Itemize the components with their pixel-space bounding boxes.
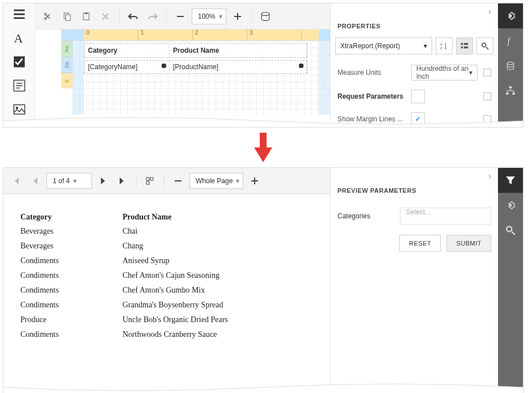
chevron-down-icon: ▾ [219,12,222,20]
reset-button[interactable]: RESET [399,235,441,252]
cell-product: Chef Anton's Cajun Seasoning [123,268,313,283]
export-options-tab[interactable] [498,193,523,218]
zoom-in-button[interactable] [230,9,246,24]
expressions-tab[interactable]: f [498,28,523,53]
cell-category: Condiments [20,283,123,298]
svg-rect-10 [85,12,87,14]
datasource-button[interactable] [257,9,273,24]
svg-rect-28 [146,181,149,184]
report-designer-panel: A 100%▾ 0 1 2 [3,3,523,128]
header-cell-product[interactable]: Product Name [170,44,307,57]
cell-product: Chang [123,239,313,253]
header-band-row[interactable]: Category Product Name [84,43,307,58]
svg-rect-24 [506,92,509,94]
band-detail[interactable]: De [61,57,73,73]
report-table: Category Product Name BeveragesChaiBever… [20,210,313,342]
cell-product: Chef Anton's Gumbo Mix [123,283,313,298]
design-surface[interactable]: Category Product Name [CategoryName] [Pr… [73,41,330,115]
zoom-in-button[interactable] [247,173,263,189]
picture-tool[interactable] [13,103,26,116]
svg-point-30 [506,226,512,231]
next-page-button[interactable] [95,173,111,189]
zoom-out-button[interactable] [170,173,186,189]
paste-button[interactable] [78,9,94,24]
search-tab[interactable] [498,218,523,243]
binding-icon [161,63,167,69]
cell-category: Condiments [20,253,123,268]
detail-cell-category[interactable]: [CategoryName] [85,61,170,73]
show-margin-lines-checkbox[interactable]: ✓ [411,112,425,126]
collapse-pane-button[interactable]: › [335,170,493,181]
binding-icon [298,63,304,69]
chevron-down-icon: ▾ [424,42,427,50]
horizontal-ruler[interactable]: 0 1 2 3 [73,29,330,41]
sort-az-button[interactable]: AZ [436,37,453,54]
first-page-button[interactable] [8,173,24,189]
preview-params-pane: › PREVIEW PARAMETERS Categories Select..… [330,168,523,393]
column-header-product: Product Name [123,210,313,224]
element-selector[interactable]: XtraReport (Report)▾ [335,37,432,54]
cell-product: Northwoods Cranberry Sauce [123,327,313,342]
cell-category: Beverages [20,224,123,239]
svg-point-22 [507,62,513,65]
svg-rect-17 [464,43,468,45]
svg-rect-27 [150,178,153,180]
hamburger-icon[interactable] [13,8,26,20]
svg-rect-18 [461,47,463,49]
table-row: CondimentsChef Anton's Cajun Seasoning [20,268,313,283]
submit-button[interactable]: SUBMIT [446,235,491,252]
ruler-tick: 1 [138,29,193,40]
categories-select[interactable]: Select... [400,208,491,225]
report-explorer-tab[interactable] [498,78,523,103]
zoom-combo[interactable]: 100%▾ [192,9,226,24]
preview-toolbar: 1 of 4▾ Whole Page▾ [3,168,330,194]
measure-units-select[interactable]: Hundredths of an Inch▾ [411,65,478,81]
header-cell-category[interactable]: Category [85,44,170,57]
request-parameters-checkbox[interactable] [411,90,425,103]
cut-button[interactable] [40,9,56,24]
field-list-tab[interactable] [498,53,523,78]
collapse-pane-button[interactable]: › [335,6,493,17]
parameters-tab[interactable] [498,168,523,193]
band-ruler: Re De B [61,41,73,127]
label-tool[interactable]: A [13,32,26,44]
left-margin[interactable] [73,41,84,115]
svg-rect-19 [464,47,468,49]
prop-marker [483,115,491,123]
design-area: 100%▾ 0 1 2 3 Re De B [35,3,330,127]
band-bottom[interactable]: B [61,73,73,88]
table-row: BeveragesChai [20,224,313,239]
table-row: CondimentsAniseed Syrup [20,253,313,268]
search-property-button[interactable] [476,37,493,54]
side-tab-strip: f [498,3,523,127]
report-document[interactable]: Category Product Name BeveragesChaiBever… [3,194,330,393]
svg-text:f: f [507,36,511,46]
prev-page-button[interactable] [27,173,43,189]
zoom-out-button[interactable] [172,9,188,24]
properties-tab[interactable] [498,3,523,28]
right-margin[interactable] [319,41,330,115]
detail-band-row[interactable]: [CategoryName] [ProductName] [84,60,307,74]
checkbox-tool[interactable] [13,56,26,68]
categorize-button[interactable] [456,37,473,54]
band-header[interactable]: Re [61,41,73,57]
svg-point-20 [482,43,486,47]
last-page-button[interactable] [115,173,130,189]
svg-rect-16 [461,43,463,45]
redo-button[interactable] [145,9,161,24]
delete-button[interactable] [98,9,113,24]
properties-title: PROPERTIES [335,17,493,35]
cell-category: Produce [20,312,123,327]
properties-pane: › PROPERTIES XtraReport (Report)▾ AZ Mea… [330,3,523,127]
undo-button[interactable] [125,9,141,24]
richtext-tool[interactable] [13,79,26,92]
page-selector[interactable]: 1 of 4▾ [47,173,92,189]
multipage-button[interactable] [142,173,158,189]
param-label-categories: Categories [337,212,394,220]
svg-point-4 [15,107,18,109]
copy-button[interactable] [59,9,75,24]
cell-product: Uncle Bob's Organic Dried Pears [123,312,313,327]
svg-point-11 [261,12,269,15]
detail-cell-product[interactable]: [ProductName] [170,61,307,73]
zoom-combo[interactable]: Whole Page▾ [189,173,243,189]
